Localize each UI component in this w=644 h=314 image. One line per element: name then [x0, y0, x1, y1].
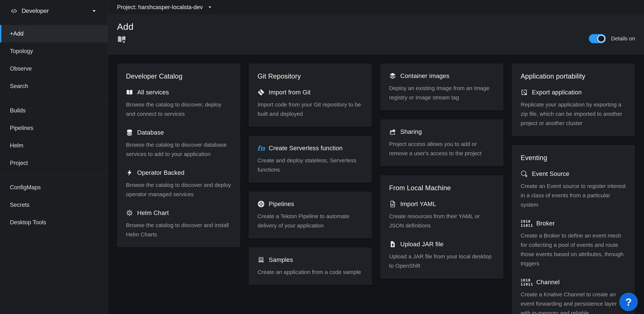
perspective-label: Developer	[22, 7, 49, 14]
switch-knob	[598, 35, 605, 42]
export-icon	[521, 89, 528, 96]
add-action-database[interactable]: DatabaseBrowse the catalog to discover d…	[126, 129, 232, 159]
item-header: Samples	[258, 256, 363, 263]
nav-group: +AddTopologyObserveSearch	[0, 25, 108, 95]
card-title: Git Repository	[258, 72, 363, 80]
helm-icon	[126, 209, 133, 217]
item-label[interactable]: Operator Backed	[137, 169, 184, 176]
card-application-portability: Application portabilityExport applicatio…	[512, 63, 635, 136]
card-pipelines: PipelinesCreate a Tekton Pipeline to aut…	[248, 192, 372, 238]
add-action-upload-jar-file[interactable]: Upload JAR fileUpload a JAR file from yo…	[389, 241, 494, 271]
add-action-event-source[interactable]: Event SourceCreate an Event source to re…	[521, 170, 626, 209]
cards-grid: Developer CatalogAll servicesBrowse the …	[108, 54, 644, 314]
caret-down-icon	[208, 5, 212, 9]
item-label[interactable]: Samples	[269, 256, 293, 263]
item-label[interactable]: Sharing	[400, 128, 422, 135]
item-description: Browse the catalog to discover, deploy a…	[126, 100, 232, 119]
card-sharing: SharingProject access allows you to add …	[380, 119, 504, 166]
add-action-channel[interactable]: 101011011ChannelCreate a Knative Channel…	[521, 279, 626, 314]
add-page-content: Developer CatalogAll servicesBrowse the …	[108, 54, 644, 314]
add-action-sharing[interactable]: SharingProject access allows you to add …	[389, 128, 494, 158]
git-icon	[258, 89, 264, 96]
project-selector[interactable]: Project: harshcasper-localsta-dev	[117, 4, 212, 10]
add-action-container-images[interactable]: Container imagesDeploy an existing Image…	[389, 72, 494, 102]
item-description: Replicate your application by exporting …	[521, 100, 626, 128]
item-label[interactable]: Broker	[536, 220, 555, 227]
perspective-switcher[interactable]: Developer	[0, 0, 108, 22]
card-title: From Local Machine	[389, 184, 494, 192]
nav-group-divider	[0, 175, 108, 175]
item-header: Database	[126, 129, 232, 136]
sidebar-item-observe[interactable]: Observe	[0, 60, 108, 77]
sidebar-item-desktop-tools[interactable]: Desktop Tools	[0, 214, 108, 231]
item-label[interactable]: All services	[137, 89, 169, 96]
details-toggle: Details on	[589, 34, 635, 43]
page-title: Add	[117, 21, 635, 32]
add-action-create-serverless-function[interactable]: fnCreate Serverless functionCreate and d…	[258, 145, 363, 174]
card-column-3: Container imagesDeploy an existing Image…	[380, 63, 504, 279]
card-samples: SamplesCreate an application from a code…	[248, 247, 372, 285]
samples-icon	[258, 256, 264, 263]
question-mark-icon: ?	[625, 296, 632, 308]
item-description: Import code from your Git repository to …	[258, 100, 363, 119]
item-description: Create resources from their YAML or JSON…	[389, 212, 494, 230]
details-switch[interactable]	[589, 34, 606, 43]
item-label[interactable]: Export application	[532, 89, 582, 96]
item-description: Project access allows you to add or remo…	[389, 139, 494, 158]
item-label[interactable]: Container images	[400, 72, 449, 79]
item-label[interactable]: Helm Chart	[137, 209, 169, 217]
sidebar-item-secrets[interactable]: Secrets	[0, 196, 108, 214]
item-label[interactable]: Upload JAR file	[400, 241, 444, 248]
layers-icon	[389, 72, 396, 79]
item-label[interactable]: Pipelines	[269, 200, 294, 208]
item-description: Create and deploy stateless, Serverless …	[258, 156, 363, 174]
card-column-1: Developer CatalogAll servicesBrowse the …	[117, 63, 240, 247]
item-header: All services	[126, 89, 232, 96]
sidebar-item-builds[interactable]: Builds	[0, 102, 108, 119]
add-action-samples[interactable]: SamplesCreate an application from a code…	[258, 256, 363, 277]
sidebar-item-topology[interactable]: Topology	[0, 42, 108, 60]
add-action-import-from-git[interactable]: Import from GitImport code from your Git…	[258, 89, 363, 119]
item-description: Browse the catalog to discover database …	[126, 140, 232, 159]
sidebar-item-add[interactable]: +Add	[0, 25, 108, 42]
add-action-export-application[interactable]: Export applicationReplicate your applica…	[521, 89, 626, 128]
add-action-import-yaml[interactable]: Import YAMLCreate resources from their Y…	[389, 200, 494, 230]
bolt-icon	[126, 169, 133, 176]
item-description: Create a Knative Channel to create an ev…	[521, 290, 626, 314]
getting-started-book-plus-icon[interactable]	[117, 35, 126, 44]
item-description: Upload a JAR file from your local deskto…	[389, 252, 494, 271]
item-header: Pipelines	[258, 200, 363, 208]
page-header: Add Details on	[108, 15, 644, 54]
card-column-4: Application portabilityExport applicatio…	[512, 63, 635, 314]
sidebar-item-project[interactable]: Project	[0, 154, 108, 172]
sidebar-item-helm[interactable]: Helm	[0, 137, 108, 154]
sidebar-item-search[interactable]: Search	[0, 77, 108, 95]
card-title: Application portability	[521, 72, 626, 80]
item-label[interactable]: Create Serverless function	[269, 145, 343, 152]
sidebar-item-configmaps[interactable]: ConfigMaps	[0, 179, 108, 196]
item-label[interactable]: Import from Git	[269, 89, 311, 96]
card-container-images: Container imagesDeploy an existing Image…	[380, 63, 504, 110]
sidebar-item-pipelines[interactable]: Pipelines	[0, 119, 108, 137]
help-button[interactable]: ?	[619, 293, 638, 311]
item-label[interactable]: Channel	[536, 279, 560, 286]
add-action-operator-backed[interactable]: Operator BackedBrowse the catalog to dis…	[126, 169, 232, 199]
project-selector-label: Project: harshcasper-localsta-dev	[117, 4, 203, 10]
card-developer-catalog: Developer CatalogAll servicesBrowse the …	[117, 63, 240, 247]
channel-icon: 101011011	[521, 279, 532, 286]
card-from-local-machine: From Local MachineImport YAMLCreate reso…	[380, 175, 504, 279]
item-header: 101011011Broker	[521, 220, 626, 227]
item-description: Create a Tekton Pipeline to automate del…	[258, 212, 363, 230]
item-header: Sharing	[389, 128, 494, 135]
file-code-icon	[389, 200, 396, 208]
item-description: Browse the catalog to discover and deplo…	[126, 180, 232, 199]
add-action-helm-chart[interactable]: Helm ChartBrowse the catalog to discover…	[126, 209, 232, 239]
add-action-pipelines[interactable]: PipelinesCreate a Tekton Pipeline to aut…	[258, 200, 363, 230]
add-action-all-services[interactable]: All servicesBrowse the catalog to discov…	[126, 89, 232, 119]
item-description: Create an Event source to register inter…	[521, 181, 626, 209]
add-action-broker[interactable]: 101011011BrokerCreate a Broker to define…	[521, 220, 626, 268]
card-git-repository: Git RepositoryImport from GitImport code…	[248, 63, 372, 127]
item-label[interactable]: Import YAML	[400, 200, 436, 208]
item-label[interactable]: Event Source	[532, 170, 570, 177]
item-label[interactable]: Database	[137, 129, 164, 136]
